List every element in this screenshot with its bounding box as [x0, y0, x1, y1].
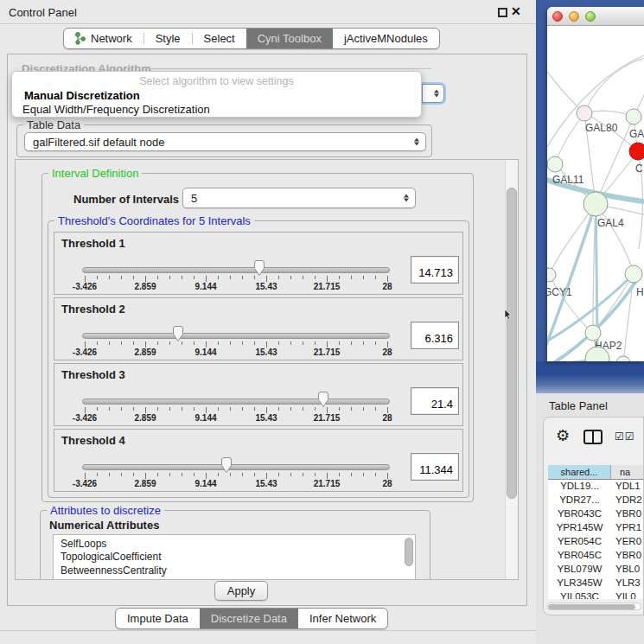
tab-network[interactable]: Network: [64, 29, 143, 48]
table-data-combobox[interactable]: galFiltered.sif default node: [24, 132, 426, 151]
network-node[interactable]: [625, 265, 642, 283]
network-node[interactable]: [583, 192, 608, 216]
network-node[interactable]: [547, 268, 556, 282]
table-row[interactable]: YDR27...YDR2: [548, 494, 644, 507]
table-panel-title: Table Panel: [549, 399, 608, 412]
interval-definition-group: Interval Definition Number of Intervals …: [41, 173, 474, 502]
column-header-name[interactable]: na: [611, 465, 644, 480]
table-row[interactable]: YDL19...YDL1: [548, 480, 644, 494]
table-data-group: Table Data galFiltered.sif default node: [16, 124, 432, 157]
table-row[interactable]: YBR045CYBR0: [548, 549, 644, 563]
threshold-row: Threshold 2 -3.4262.8599.14415.4321.7152…: [54, 297, 463, 360]
network-window-titlebar[interactable]: [547, 7, 644, 26]
threshold-label: Threshold 3: [61, 368, 125, 381]
algorithm-combobox-fragment[interactable]: [422, 84, 444, 103]
numerical-attributes-label: Numerical Attributes: [49, 519, 159, 532]
threshold-slider-track[interactable]: [82, 464, 390, 470]
dropdown-hint: Select algorithm to view settings: [12, 75, 421, 87]
minimize-window-icon[interactable]: [569, 11, 579, 22]
control-panel-tabs: Network Style Select Cyni Toolbox jActiv…: [63, 28, 440, 49]
network-node[interactable]: [616, 356, 630, 361]
right-panel: GAL80GACGAL11GAL4GCY1HHAP2 Table Panel ⚙…: [536, 0, 644, 644]
threshold-value-field[interactable]: [411, 387, 459, 415]
table-row[interactable]: YBL079WYBL0: [548, 563, 644, 577]
network-node[interactable]: [629, 143, 644, 160]
threshold-row: Threshold 4 -3.4262.8599.14415.4321.7152…: [54, 429, 463, 492]
network-node[interactable]: [547, 156, 563, 172]
network-node-label: C: [635, 163, 643, 175]
network-node[interactable]: [626, 109, 641, 124]
dropdown-item-manual-discretization[interactable]: Manual Discretization: [24, 89, 140, 102]
network-canvas[interactable]: GAL80GACGAL11GAL4GCY1HHAP2: [547, 26, 644, 361]
threshold-slider-thumb[interactable]: [220, 456, 233, 474]
group-border-line: [146, 68, 431, 69]
settings-vertical-scrollbar[interactable]: [505, 160, 518, 579]
interval-definition-title: Interval Definition: [48, 167, 142, 180]
checkbox-icons[interactable]: ☑☑: [615, 430, 635, 443]
combobox-arrows-icon: [434, 90, 439, 98]
combobox-arrows-icon: [404, 194, 409, 202]
threshold-slider-thumb[interactable]: [171, 325, 185, 342]
numerical-attributes-list: SelfLoopsTopologicalCoefficientBetweenne…: [53, 534, 416, 580]
scrollbar-thumb[interactable]: [548, 604, 635, 609]
threshold-value-field[interactable]: [411, 453, 459, 481]
threshold-value-field[interactable]: [411, 256, 459, 284]
attribute-list-item[interactable]: TopologicalCoefficient: [54, 551, 415, 564]
dropdown-item-equal-width-frequency[interactable]: Equal Width/Frequency Discretization: [22, 103, 210, 116]
list-scrollbar-thumb[interactable]: [405, 538, 413, 566]
tab-discretize-data[interactable]: Discretize Data: [200, 609, 298, 628]
network-window[interactable]: GAL80GACGAL11GAL4GCY1HHAP2: [547, 7, 644, 361]
table-horizontal-scrollbar[interactable]: [546, 603, 641, 610]
table-rows: YDL19...YDL1YDR27...YDR2YBR043CYBR0YPR14…: [548, 480, 644, 599]
threshold-slider-thumb[interactable]: [316, 391, 330, 408]
threshold-value-field[interactable]: [411, 322, 459, 349]
table-row[interactable]: YIL053CYIL0: [548, 590, 644, 599]
threshold-slider-track[interactable]: [82, 399, 390, 405]
network-edge: [547, 65, 584, 113]
number-of-intervals-combobox[interactable]: 5: [182, 188, 416, 208]
table-row[interactable]: YLR345WYLR3: [548, 577, 644, 590]
network-node[interactable]: [585, 325, 601, 341]
settings-scrollpane: Interval Definition Number of Intervals …: [15, 159, 519, 580]
apply-button[interactable]: Apply: [214, 581, 268, 601]
tab-impute-data[interactable]: Impute Data: [116, 609, 200, 628]
attribute-items: SelfLoopsTopologicalCoefficientBetweenne…: [54, 538, 415, 577]
column-header-shared-name[interactable]: shared...: [548, 465, 611, 480]
threshold-row: Threshold 1 -3.4262.8599.14415.4321.7152…: [54, 232, 463, 295]
zoom-window-icon[interactable]: [585, 11, 596, 22]
threshold-row: Threshold 3 -3.4262.8599.14415.4321.7152…: [54, 363, 463, 426]
tab-jactivemnodules[interactable]: jActiveMNodules: [333, 29, 439, 48]
attribute-list-item[interactable]: BetweennessCentrality: [54, 564, 415, 577]
table-row[interactable]: YER054CYER0: [548, 535, 644, 549]
bottom-tabs: Impute Data Discretize Data Infer Networ…: [115, 608, 388, 629]
panel-divider: [0, 630, 536, 631]
scrollbar-thumb[interactable]: [507, 188, 517, 499]
float-panel-icon[interactable]: [498, 8, 507, 17]
table-row[interactable]: YPR145WYPR1: [548, 521, 644, 535]
attributes-group-title: Attributes to discretize: [47, 504, 164, 517]
thresholds-group: Threshold's Coordinates for 5 Intervals …: [48, 220, 469, 498]
tab-infer-network[interactable]: Infer Network: [298, 609, 387, 628]
network-view-frame: GAL80GACGAL11GAL4GCY1HHAP2: [536, 0, 644, 393]
network-node[interactable]: [577, 105, 592, 121]
table-panel-body: ⚙ ☑☑ shared... na YDL19...YDL1YDR27...YD…: [543, 417, 644, 615]
tab-select[interactable]: Select: [193, 29, 246, 48]
split-columns-icon[interactable]: [583, 430, 603, 444]
gear-icon[interactable]: ⚙: [556, 426, 570, 444]
close-window-icon[interactable]: [552, 11, 563, 22]
algorithm-dropdown-popup: Select algorithm to view settings Manual…: [11, 71, 422, 118]
threshold-slider-track[interactable]: [82, 267, 390, 273]
close-panel-icon[interactable]: ✕: [511, 4, 521, 18]
threshold-slider-thumb[interactable]: [252, 259, 266, 277]
control-panel: Control Panel ✕ Network Style Select Cyn…: [0, 0, 536, 644]
attribute-list-item[interactable]: SelfLoops: [54, 538, 415, 551]
table-row[interactable]: YBR043CYBR0: [548, 507, 644, 521]
tab-style[interactable]: Style: [144, 29, 192, 48]
network-node-label: GAL80: [585, 122, 618, 134]
threshold-slider-track[interactable]: [82, 333, 390, 339]
thresholds-group-title: Threshold's Coordinates for 5 Intervals: [54, 214, 254, 227]
table-data-value: galFiltered.sif default node: [33, 136, 164, 149]
network-edge: [584, 57, 644, 113]
tab-cyni-toolbox[interactable]: Cyni Toolbox: [246, 29, 333, 48]
mouse-cursor: [504, 309, 513, 320]
